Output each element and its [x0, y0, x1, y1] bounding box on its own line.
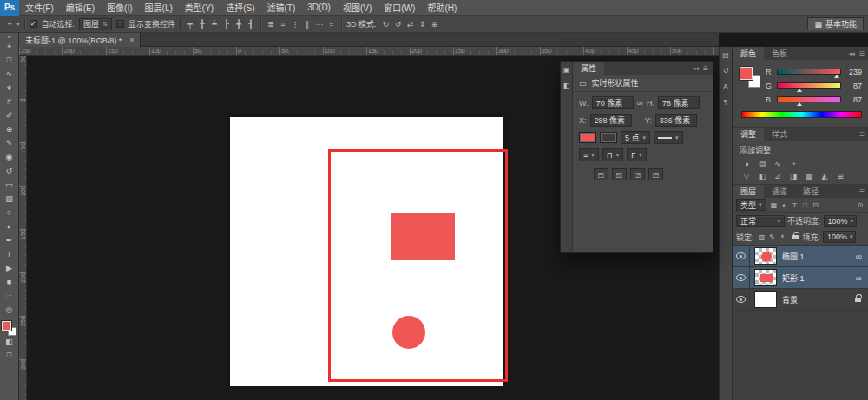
properties-panel-icon[interactable]: ▣ [563, 66, 570, 74]
red-value[interactable]: 239 [845, 68, 862, 76]
info-panel-icon[interactable]: ▤ [722, 51, 729, 59]
align-top-edges-icon[interactable]: ┯ [185, 18, 195, 30]
color-swatches[interactable] [2, 321, 16, 336]
color-lookup-icon[interactable]: ⊞ [833, 170, 847, 181]
panel-menu-icon[interactable]: ☰ [859, 188, 865, 195]
layer-row-ellipse[interactable]: 椭圆 1 ∞ [733, 246, 868, 267]
filter-pixel-layers-icon[interactable]: ▦ [769, 200, 779, 211]
height-input[interactable]: 78 像素 [658, 96, 700, 109]
fill-input[interactable]: 100% ▾ [823, 231, 856, 243]
pen-tool[interactable]: ✒ [0, 233, 18, 247]
distribute-left-edges-icon[interactable]: ∥ [302, 18, 312, 30]
menu-item[interactable]: 选择(S) [220, 0, 260, 16]
quick-selection-tool[interactable]: ∗ [0, 81, 18, 95]
lock-all-icon[interactable] [792, 235, 799, 239]
vibrance-icon[interactable]: ▽ [740, 170, 753, 181]
menu-item[interactable]: 滤镜(T) [261, 0, 302, 16]
show-transform-checkbox[interactable] [116, 20, 124, 28]
stroke-cap-select[interactable]: ⊓ ▾ [602, 148, 624, 161]
paragraph-panel-icon[interactable]: ¶ [724, 98, 727, 106]
color-balance-icon[interactable]: ⊿ [771, 170, 785, 181]
tab-layers[interactable]: 图层 [733, 185, 764, 198]
3d-rotate-icon[interactable]: ↻ [380, 18, 391, 30]
link-dimensions-icon[interactable]: ∞ [637, 98, 643, 108]
history-brush-tool[interactable]: ↺ [0, 164, 18, 178]
layer-thumbnail[interactable] [754, 247, 777, 265]
lock-position-icon[interactable]: ⌖ [778, 232, 788, 243]
filter-smart-objects-icon[interactable]: ⊡ [811, 200, 821, 211]
tab-channels[interactable]: 通道 [764, 185, 795, 198]
lock-pixels-icon[interactable]: ✎ [767, 232, 778, 243]
width-input[interactable]: 70 像素 [592, 96, 634, 109]
menu-item[interactable]: 帮助(H) [421, 0, 463, 16]
tab-styles[interactable]: 样式 [764, 128, 795, 141]
tab-swatches[interactable]: 色板 [764, 47, 795, 60]
align-vertical-centers-icon[interactable]: ╂ [197, 18, 207, 30]
visibility-toggle[interactable] [733, 289, 750, 310]
distribute-right-edges-icon[interactable]: = [326, 18, 337, 30]
lock-transparency-icon[interactable]: ▨ [757, 232, 767, 243]
dodge-tool[interactable]: ◐ [0, 220, 18, 233]
levels-icon[interactable]: ▤ [755, 158, 769, 169]
shape-tool[interactable]: ■ [0, 275, 18, 289]
align-horizontal-centers-icon[interactable]: ╋ [233, 18, 244, 30]
red-slider[interactable] [777, 69, 841, 75]
green-value[interactable]: 87 [845, 82, 862, 90]
shape-op-button-2[interactable]: ◱ [612, 168, 627, 180]
align-left-edges-icon[interactable]: ┠ [221, 18, 232, 30]
crop-tool[interactable]: # [0, 95, 18, 108]
channel-mixer-icon[interactable]: ◭ [818, 170, 832, 181]
vertical-ruler[interactable]: 50050100150200250300 [19, 56, 27, 400]
panel-menu-icon[interactable]: ☰ [859, 131, 865, 138]
tool-preset-icon[interactable]: ⌖ [4, 18, 15, 30]
filter-shape-layers-icon[interactable]: □ [800, 200, 811, 211]
character-panel-icon[interactable]: A [723, 82, 727, 90]
layer-name[interactable]: 背景 [782, 294, 853, 305]
shape-op-button-1[interactable]: ◰ [594, 168, 608, 180]
layer-filter-toggle[interactable]: ⊙ [855, 200, 865, 211]
layer-name[interactable]: 矩形 1 [782, 272, 856, 284]
opacity-input[interactable]: 100% ▾ [824, 215, 857, 227]
color-ramp[interactable] [741, 111, 862, 118]
collapse-dock-icon[interactable]: ◂◂ [849, 50, 855, 57]
quick-mask-button[interactable]: ◧ [0, 336, 18, 349]
stroke-align-select[interactable]: ≡ ▾ [579, 148, 599, 161]
eraser-tool[interactable]: ▭ [0, 178, 18, 192]
horizontal-ruler[interactable]: 2502001501005005010015020025030035040045… [19, 47, 719, 56]
clone-stamp-tool[interactable]: ◉ [0, 150, 18, 164]
slider-handle[interactable] [797, 89, 802, 92]
tab-properties[interactable]: 属性 [573, 62, 604, 75]
slider-handle[interactable] [797, 102, 802, 106]
tool-preset-dropdown-icon[interactable]: ▾ [16, 21, 20, 28]
filter-adjustment-layers-icon[interactable]: ◐ [779, 200, 790, 211]
menu-item[interactable]: 3D(D) [301, 0, 337, 16]
document-tab[interactable]: 未标题-1 @ 100%(RGB/8) * × [19, 33, 141, 47]
blur-tool[interactable]: ○ [0, 206, 18, 220]
rectangular-marquee-tool[interactable]: □ [0, 53, 18, 67]
brush-tool[interactable]: ✎ [0, 136, 18, 150]
shape-op-button-3[interactable]: ◲ [630, 168, 645, 180]
panel-menu-icon[interactable]: ☰ [859, 50, 865, 57]
distribute-top-edges-icon[interactable]: ≣ [266, 18, 276, 30]
visibility-toggle[interactable] [733, 267, 750, 288]
y-input[interactable]: 336 像素 [655, 114, 697, 127]
lasso-tool[interactable]: ∿ [0, 67, 18, 81]
green-slider[interactable] [777, 82, 841, 89]
hand-tool[interactable]: ☞ [0, 289, 18, 303]
menu-item[interactable]: 图层(L) [139, 0, 179, 16]
menu-item[interactable]: 视图(V) [337, 0, 378, 16]
menu-item[interactable]: 类型(Y) [179, 0, 220, 16]
distribute-vertical-centers-icon[interactable]: ≡ [278, 18, 288, 30]
3d-roll-icon[interactable]: ↺ [392, 18, 403, 30]
type-tool[interactable]: T [0, 247, 18, 261]
path-selection-tool[interactable]: ▶ [0, 261, 18, 275]
layer-thumbnail[interactable] [754, 269, 777, 286]
curves-icon[interactable]: ∿ [771, 158, 785, 169]
eyedropper-tool[interactable]: ✐ [0, 108, 18, 122]
visibility-toggle[interactable] [733, 246, 750, 266]
blue-value[interactable]: 87 [845, 95, 862, 104]
zoom-tool[interactable]: ◎ [0, 303, 18, 317]
blend-mode-select[interactable]: 正常 ▾ [736, 215, 785, 227]
align-bottom-edges-icon[interactable]: ┷ [209, 18, 220, 30]
info-panel-icon[interactable]: ◧ [563, 82, 570, 89]
